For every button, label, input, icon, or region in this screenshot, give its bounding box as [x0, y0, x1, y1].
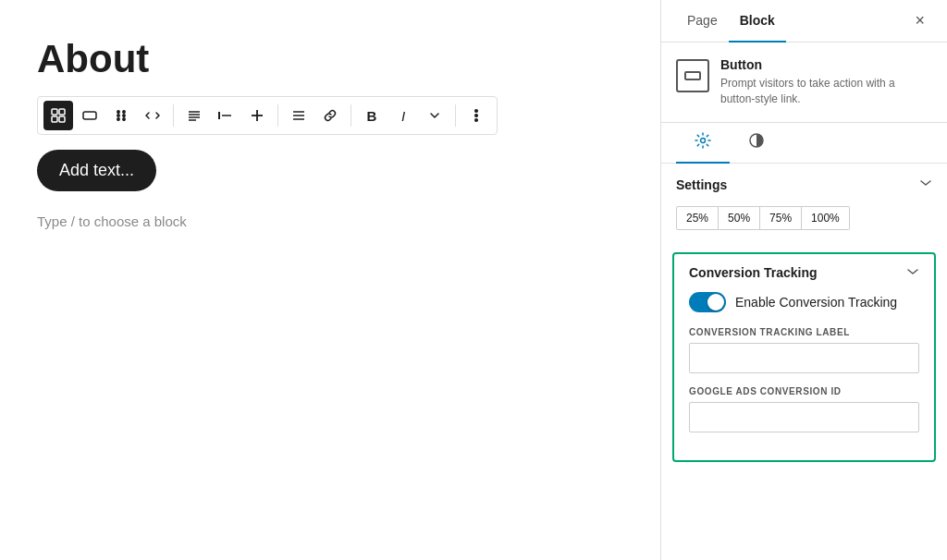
toolbar-italic-btn[interactable]: I: [388, 101, 418, 130]
toggle-knob: [707, 294, 724, 310]
toolbar-grid-btn[interactable]: [43, 101, 73, 130]
conversion-label-input[interactable]: [689, 343, 919, 373]
enable-tracking-toggle[interactable]: [689, 292, 726, 312]
settings-icon-tab[interactable]: [676, 123, 730, 164]
justify-icon: [291, 108, 306, 123]
drag-icon: [114, 108, 129, 123]
more-options-icon: [469, 108, 484, 123]
svg-point-9: [123, 115, 125, 116]
toolbar-sep-2: [277, 104, 278, 127]
sidebar-tabs-bar: Page Block ×: [661, 0, 947, 43]
toolbar-sep-3: [351, 104, 351, 127]
toolbar-more-formats-btn[interactable]: [420, 101, 449, 130]
toolbar-options-btn[interactable]: [461, 101, 491, 130]
bold-icon: B: [367, 108, 377, 124]
enable-tracking-toggle-row: Enable Conversion Tracking: [689, 292, 919, 312]
sidebar-close-button[interactable]: ×: [907, 4, 932, 38]
toolbar-sep-4: [455, 104, 456, 127]
svg-point-5: [117, 111, 119, 113]
settings-chevron-icon: [919, 177, 932, 193]
svg-rect-2: [52, 116, 57, 122]
block-toolbar: B I: [37, 96, 498, 135]
toolbar-indent-btn[interactable]: [211, 101, 240, 130]
width-100-btn[interactable]: 100%: [802, 206, 850, 230]
conversion-tracking-label: Conversion Tracking: [689, 265, 817, 280]
add-text-button[interactable]: Add text...: [37, 150, 156, 191]
width-50-btn[interactable]: 50%: [719, 206, 760, 230]
toolbar-inline-btn[interactable]: [75, 101, 105, 130]
svg-rect-4: [83, 112, 96, 119]
tab-page[interactable]: Page: [676, 0, 729, 43]
grid-icon: [51, 108, 66, 123]
svg-point-6: [117, 115, 119, 116]
toolbar-link-btn[interactable]: [315, 101, 345, 130]
google-ads-id-field-group: GOOGLE ADS CONVERSION ID: [689, 386, 919, 432]
svg-rect-1: [59, 109, 65, 115]
button-icon-inner: [684, 71, 701, 80]
svg-point-23: [475, 115, 478, 117]
half-circle-icon: [748, 132, 765, 149]
block-description-text: Prompt visitors to take action with a bu…: [720, 76, 932, 107]
conversion-tracking-header[interactable]: Conversion Tracking: [674, 254, 934, 292]
italic-icon: I: [401, 108, 405, 124]
link-icon: [323, 108, 338, 123]
conversion-tracking-section: Conversion Tracking Enable Conversion Tr…: [672, 252, 936, 462]
google-ads-id-field-label: GOOGLE ADS CONVERSION ID: [689, 386, 919, 396]
toolbar-add-btn[interactable]: [242, 101, 272, 130]
svg-point-10: [123, 118, 125, 120]
width-75-btn[interactable]: 75%: [760, 206, 802, 230]
styles-icon-tab[interactable]: [730, 123, 783, 164]
conversion-label-field-label: CONVERSION TRACKING LABEL: [689, 327, 919, 337]
conversion-tracking-body: Enable Conversion Tracking CONVERSION TR…: [674, 292, 934, 460]
tab-block[interactable]: Block: [729, 0, 786, 43]
block-hint: Type / to choose a block: [37, 213, 623, 229]
settings-section-header[interactable]: Settings: [661, 164, 947, 206]
add-icon: [250, 108, 264, 123]
chevron-down-icon: [427, 108, 442, 123]
toolbar-sep-1: [173, 104, 174, 127]
align-left-icon: [187, 108, 202, 123]
code-icon: [145, 108, 160, 123]
toolbar-drag-btn[interactable]: [106, 101, 136, 130]
page-title: About: [37, 37, 623, 81]
block-name: Button: [720, 57, 932, 72]
svg-rect-0: [52, 109, 57, 115]
toolbar-justify-btn[interactable]: [284, 101, 314, 130]
block-type-icon: [676, 59, 709, 92]
conversion-tracking-chevron-icon: [906, 265, 919, 281]
width-25-btn[interactable]: 25%: [676, 206, 719, 230]
toolbar-bold-btn[interactable]: B: [357, 101, 387, 130]
toolbar-align-left-btn[interactable]: [179, 101, 209, 130]
conversion-label-field-group: CONVERSION TRACKING LABEL: [689, 327, 919, 373]
svg-point-25: [701, 138, 706, 142]
width-options: 25% 50% 75% 100%: [661, 206, 947, 245]
block-description: Button Prompt visitors to take action wi…: [720, 57, 932, 107]
inline-icon: [82, 108, 97, 123]
google-ads-id-input[interactable]: [689, 402, 919, 432]
block-info: Button Prompt visitors to take action wi…: [661, 43, 947, 123]
enable-tracking-label: Enable Conversion Tracking: [735, 295, 897, 310]
icon-tabs-bar: [661, 123, 947, 164]
svg-rect-3: [59, 116, 65, 122]
sidebar: Page Block × Button Prompt visitors to t…: [660, 0, 947, 560]
svg-point-22: [475, 110, 478, 113]
svg-point-7: [117, 118, 119, 120]
settings-label: Settings: [676, 177, 727, 192]
settings-section: Settings 25% 50% 75% 100%: [661, 164, 947, 245]
toolbar-code-btn[interactable]: [138, 101, 167, 130]
svg-point-24: [475, 119, 478, 122]
editor-area: About: [0, 0, 660, 560]
gear-icon: [695, 132, 711, 149]
indent-icon: [218, 108, 233, 123]
svg-point-8: [123, 111, 125, 113]
